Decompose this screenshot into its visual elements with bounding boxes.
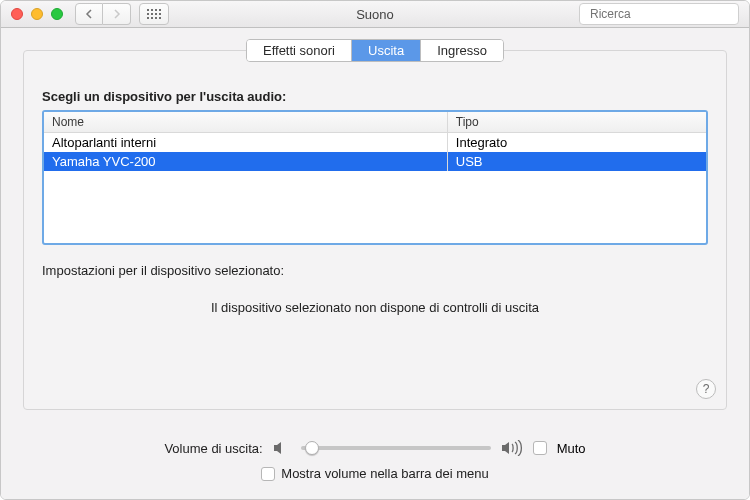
svg-rect-2 [155,9,157,11]
table-row[interactable]: Altoparlanti interni Integrato [44,133,706,152]
svg-rect-4 [147,13,149,15]
panel: Effetti sonori Uscita Ingresso Scegli un… [1,28,749,432]
svg-rect-3 [159,9,161,11]
no-controls-note: Il dispositivo selezionato non dispone d… [42,300,708,315]
minimize-button[interactable] [31,8,43,20]
cell-type: USB [448,152,706,171]
cell-name: Altoparlanti interni [44,133,448,152]
chevron-right-icon [113,9,121,19]
cell-type: Integrato [448,133,706,152]
mute-label: Muto [557,441,586,456]
svg-rect-6 [155,13,157,15]
back-button[interactable] [75,3,103,25]
show-all-button[interactable] [139,3,169,25]
svg-rect-9 [151,17,153,19]
search-input[interactable] [590,7,740,21]
grid-icon [147,9,161,19]
device-table: Nome Tipo Altoparlanti interni Integrato… [42,110,708,245]
volume-slider[interactable] [301,446,491,450]
forward-button[interactable] [103,3,131,25]
mute-checkbox[interactable] [533,441,547,455]
sound-prefs-window: Suono Effetti sonori Uscita Ingresso Sce… [0,0,750,500]
col-type[interactable]: Tipo [448,112,706,132]
svg-rect-0 [147,9,149,11]
svg-rect-10 [155,17,157,19]
svg-rect-8 [147,17,149,19]
show-in-menubar-label: Mostra volume nella barra dei menu [281,466,488,481]
cell-name: Yamaha YVC-200 [44,152,448,171]
device-settings-label: Impostazioni per il dispositivo selezion… [42,263,708,278]
nav-buttons [75,3,131,25]
svg-rect-5 [151,13,153,15]
speaker-low-icon [273,440,291,456]
close-button[interactable] [11,8,23,20]
output-volume-label: Volume di uscita: [164,441,262,456]
help-button[interactable]: ? [696,379,716,399]
tab-output[interactable]: Uscita [352,40,421,61]
slider-knob[interactable] [305,441,319,455]
tab-input[interactable]: Ingresso [421,40,503,61]
choose-device-label: Scegli un dispositivo per l'uscita audio… [42,89,708,104]
window-controls [11,8,63,20]
search-field[interactable] [579,3,739,25]
menu-row: Mostra volume nella barra dei menu [1,466,749,481]
card-content: Scegli un dispositivo per l'uscita audio… [24,63,726,315]
tab-group: Effetti sonori Uscita Ingresso [246,39,504,62]
col-name[interactable]: Nome [44,112,448,132]
titlebar: Suono [1,1,749,28]
zoom-button[interactable] [51,8,63,20]
table-header: Nome Tipo [44,112,706,133]
svg-rect-1 [151,9,153,11]
tab-effects[interactable]: Effetti sonori [247,40,352,61]
footer: Volume di uscita: Muto Mostra volume nel… [1,432,749,499]
svg-rect-7 [159,13,161,15]
volume-row: Volume di uscita: Muto [1,440,749,456]
svg-rect-11 [159,17,161,19]
chevron-left-icon [85,9,93,19]
output-card: Effetti sonori Uscita Ingresso Scegli un… [23,50,727,410]
table-row[interactable]: Yamaha YVC-200 USB [44,152,706,171]
speaker-high-icon [501,440,523,456]
show-in-menubar-checkbox[interactable] [261,467,275,481]
